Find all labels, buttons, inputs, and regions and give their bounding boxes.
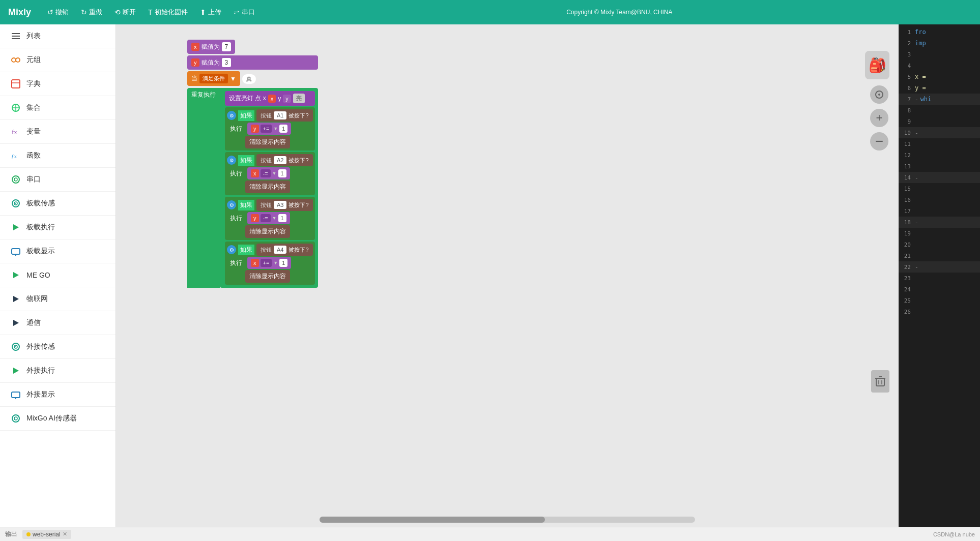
op-num-1[interactable]: 1 xyxy=(279,125,287,133)
zoom-out-button[interactable]: − xyxy=(870,132,888,151)
undo-button[interactable]: ↺ 撤销 xyxy=(47,8,69,17)
sidebar-item-list[interactable]: 列表 xyxy=(0,24,116,48)
sidebar-item-board-exec[interactable]: 板载执行 xyxy=(0,216,116,239)
op-dropdown-2[interactable]: -= xyxy=(261,169,271,177)
trash-button[interactable] xyxy=(871,370,889,393)
sidebar-item-me-go[interactable]: ME GO xyxy=(0,263,116,287)
serial-button[interactable]: ⇌ 串口 xyxy=(234,8,255,17)
sidebar-label-dict: 字典 xyxy=(26,79,41,88)
canvas-scrollbar-thumb[interactable] xyxy=(320,517,545,523)
if-gear-4[interactable]: ⚙ xyxy=(227,245,236,254)
me-go-icon xyxy=(10,269,21,281)
sidebar-label-set: 集合 xyxy=(26,103,41,112)
svg-point-25 xyxy=(15,346,16,347)
clear-block-4[interactable]: 清除显示内容 xyxy=(245,270,290,283)
op-block-4[interactable]: x += ▼ 1 xyxy=(247,257,291,269)
if-header-1: ⚙ 如果 按钮 A1 被按下? xyxy=(227,109,313,122)
init-firmware-button[interactable]: T 初始化固件 xyxy=(148,8,188,17)
sidebar-item-tuple[interactable]: 元组 xyxy=(0,48,116,72)
svg-point-4 xyxy=(16,58,20,62)
tab-close-button[interactable]: ✕ xyxy=(63,531,67,537)
led-bright-dropdown[interactable]: 亮 xyxy=(293,94,305,103)
while-block[interactable]: 当 满足条件 ▼ xyxy=(187,71,240,86)
tab-status-dot xyxy=(26,532,31,536)
zoom-in-button[interactable]: + xyxy=(870,109,888,127)
canvas-scrollbar[interactable] xyxy=(320,517,695,523)
svg-point-16 xyxy=(15,203,16,204)
svg-point-30 xyxy=(14,417,17,420)
op-num-4[interactable]: 1 xyxy=(279,259,287,267)
redo-button[interactable]: ↻ 重做 xyxy=(81,8,102,17)
btn-cond-2[interactable]: 按钮 A2 被按下? xyxy=(256,154,313,166)
center-view-button[interactable] xyxy=(870,85,888,104)
led-y-var: y xyxy=(283,95,291,103)
line-num-14: 14 xyxy=(901,174,915,181)
btn-cond-3[interactable]: 按钮 A3 被按下? xyxy=(256,199,313,211)
svg-point-29 xyxy=(12,415,19,422)
while-cond-dropdown[interactable]: 满足条件 xyxy=(199,74,228,83)
line-num-9: 9 xyxy=(901,118,915,125)
code-line-6: 6 y = xyxy=(899,82,980,94)
sidebar-item-set[interactable]: 集合 xyxy=(0,96,116,120)
undo-icon: ↺ xyxy=(47,8,53,16)
btn-name-2[interactable]: A2 xyxy=(274,156,286,164)
assign-y-block[interactable]: y 赋值为 3 xyxy=(187,55,318,70)
sidebar-item-board-sensor[interactable]: 板载传感 xyxy=(0,192,116,216)
backpack-icon[interactable]: 🎒 xyxy=(865,51,889,79)
sidebar-label-ext-display: 外接显示 xyxy=(26,390,55,399)
upload-button[interactable]: ⬆ 上传 xyxy=(200,8,221,17)
if-label-4: 如果 xyxy=(238,245,254,255)
sidebar-item-func[interactable]: ƒx 函数 xyxy=(0,144,116,168)
led-block[interactable]: 设置亮灯 点 x x y y 亮 xyxy=(225,91,315,106)
line-content-7: whi xyxy=(920,96,932,103)
svg-marker-26 xyxy=(13,368,19,374)
op-dropdown-4[interactable]: += xyxy=(261,259,272,267)
op-dropdown-1[interactable]: += xyxy=(261,125,272,133)
sidebar-item-serial[interactable]: 串口 xyxy=(0,168,116,192)
btn-name-1[interactable]: A1 xyxy=(274,111,286,119)
btn-name-3[interactable]: A3 xyxy=(274,201,286,209)
assign-y-val[interactable]: 3 xyxy=(222,58,232,67)
brand-logo: Mixly xyxy=(8,7,31,18)
svg-text:fx: fx xyxy=(12,128,17,136)
sidebar-item-dict[interactable]: 字典 xyxy=(0,72,116,96)
disconnect-button[interactable]: ⟲ 断开 xyxy=(114,8,136,17)
sidebar-item-ext-sensor[interactable]: 外接传感 xyxy=(0,335,116,359)
line-dash-18: - xyxy=(915,219,918,226)
if-gear-3[interactable]: ⚙ xyxy=(227,200,236,209)
op-var-2: x xyxy=(251,169,259,177)
sidebar-item-ext-exec[interactable]: 外接执行 xyxy=(0,359,116,383)
sidebar-item-board-display[interactable]: 板载显示 xyxy=(0,239,116,263)
op-dropdown-3[interactable]: -= xyxy=(261,214,271,222)
canvas-controls: + − xyxy=(870,85,888,151)
op-num-2[interactable]: 1 xyxy=(278,169,286,177)
clear-block-2[interactable]: 清除显示内容 xyxy=(245,181,290,193)
line-num-24: 24 xyxy=(901,286,915,293)
svg-marker-22 xyxy=(13,320,19,326)
op-arrow-3: ▼ xyxy=(272,216,277,221)
line-num-23: 23 xyxy=(901,275,915,282)
canvas-area[interactable]: 🎒 x 赋值为 7 y 赋值为 3 当 满足条件 ▼ xyxy=(116,24,899,527)
clear-row-1: 清除显示内容 xyxy=(227,136,313,148)
clear-block-3[interactable]: 清除显示内容 xyxy=(245,225,290,238)
sidebar-item-ext-display[interactable]: 外接显示 xyxy=(0,383,116,407)
sidebar-item-comm[interactable]: 通信 xyxy=(0,311,116,335)
op-block-3[interactable]: y -= ▼ 1 xyxy=(247,212,290,224)
sidebar-label-me-go: ME GO xyxy=(26,271,50,279)
sidebar-item-var[interactable]: fx 变量 xyxy=(0,120,116,144)
clear-block-1[interactable]: 清除显示内容 xyxy=(245,136,290,148)
assign-x-block[interactable]: x 赋值为 7 xyxy=(187,40,235,54)
op-block-1[interactable]: y += ▼ 1 xyxy=(247,123,291,135)
op-num-3[interactable]: 1 xyxy=(278,214,286,222)
btn-cond-1[interactable]: 按钮 A1 被按下? xyxy=(256,109,313,122)
sidebar-item-mixgo-ai[interactable]: MixGo AI传感器 xyxy=(0,407,116,431)
iot-icon xyxy=(10,293,21,305)
btn-name-4[interactable]: A4 xyxy=(274,246,286,254)
if-gear-1[interactable]: ⚙ xyxy=(227,111,236,120)
assign-x-val[interactable]: 7 xyxy=(222,42,232,51)
sidebar-item-iot[interactable]: 物联网 xyxy=(0,287,116,311)
op-block-2[interactable]: x -= ▼ 1 xyxy=(247,167,290,179)
if-gear-2[interactable]: ⚙ xyxy=(227,156,236,165)
btn-cond-4[interactable]: 按钮 A4 被按下? xyxy=(256,244,313,256)
web-serial-tab[interactable]: web-serial ✕ xyxy=(22,530,71,539)
